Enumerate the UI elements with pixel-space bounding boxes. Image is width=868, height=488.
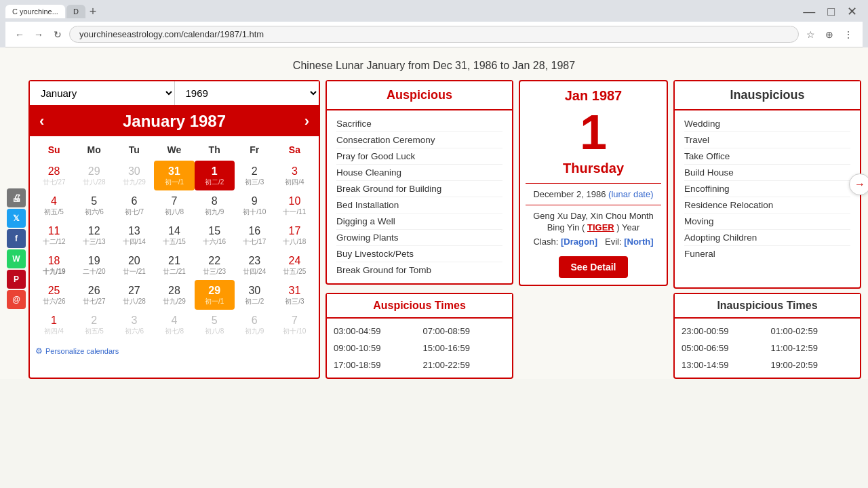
- month-select[interactable]: JanuaryFebruaryMarch AprilMayJune JulyAu…: [30, 81, 175, 105]
- inauspicious-time-item: 01:00-02:59: [771, 324, 854, 338]
- personalize-bar[interactable]: ⚙ Personalize calendars: [30, 344, 319, 359]
- bing-suffix: ) Year: [614, 222, 640, 232]
- cal-day[interactable]: 4初七/8: [154, 310, 194, 340]
- print-btn[interactable]: 🖨: [7, 188, 26, 207]
- facebook-btn[interactable]: f: [7, 229, 26, 248]
- back-btn[interactable]: ←: [12, 27, 27, 42]
- detail-divider: [526, 183, 661, 184]
- auspicious-time-item: 15:00-16:59: [423, 341, 506, 355]
- cal-day[interactable]: 30初二/2: [235, 280, 275, 310]
- cal-day[interactable]: 15十六/16: [195, 220, 235, 250]
- cal-day[interactable]: 11十二/12: [34, 220, 74, 250]
- cal-day[interactable]: 3初六/6: [114, 310, 154, 340]
- detail-month-year: Jan 1987: [526, 88, 661, 104]
- cal-next-btn[interactable]: ›: [304, 113, 309, 130]
- inauspicious-time-item: 23:00-00:59: [682, 324, 764, 338]
- cal-prev-btn[interactable]: ‹: [39, 113, 44, 130]
- inauspicious-item: Residence Relocation: [684, 197, 850, 214]
- cal-day[interactable]: 2初三/3: [235, 161, 275, 190]
- year-select[interactable]: 196919872024: [175, 81, 319, 105]
- maximize-btn[interactable]: □: [822, 5, 840, 19]
- inauspicious-item: Take Office: [684, 148, 850, 165]
- browser-chrome: C yourchine... D + — □ ✕ ← → ↻ ☆ ⊕ ⋮: [0, 0, 868, 47]
- cal-day[interactable]: 3初四/4: [275, 161, 315, 190]
- cal-day[interactable]: 8初九/9: [195, 190, 235, 220]
- tiger-link[interactable]: TIGER: [587, 222, 614, 232]
- inauspicious-next-arrow[interactable]: →: [849, 174, 868, 195]
- cal-day[interactable]: 1初四/4: [34, 310, 74, 340]
- cal-day[interactable]: 27廿八/28: [114, 280, 154, 310]
- cal-day[interactable]: 22廿三/23: [195, 250, 235, 280]
- cal-day[interactable]: 26廿七/27: [74, 280, 114, 310]
- bookmark-btn[interactable]: ☆: [803, 27, 818, 42]
- cal-day[interactable]: 2初五/5: [74, 310, 114, 340]
- extensions-btn[interactable]: ⊕: [822, 27, 837, 42]
- active-tab[interactable]: C yourchine...: [5, 5, 65, 18]
- cal-day[interactable]: 12十三/13: [74, 220, 114, 250]
- cal-day[interactable]: 28廿七/27: [34, 161, 74, 190]
- auspicious-item: Sacrifice: [336, 116, 502, 132]
- inauspicious-item: Moving: [684, 214, 850, 230]
- cal-day[interactable]: 19二十/20: [74, 250, 114, 280]
- browser-nav: ← → ↻ ☆ ⊕ ⋮: [5, 22, 863, 47]
- cal-day[interactable]: 7初八/8: [154, 190, 194, 220]
- inauspicious-top: Inauspicious WeddingTravelTake OfficeBui…: [673, 80, 861, 289]
- cal-grid: Su Mo Tu We Th Fr Sa 28廿七/2729廿八/2830廿九/…: [30, 136, 319, 344]
- cal-day[interactable]: 31初一/1: [154, 161, 194, 190]
- auspicious-item: Pray for Good Luck: [336, 148, 502, 165]
- cal-day[interactable]: 20廿一/21: [114, 250, 154, 280]
- cal-day[interactable]: 5初六/6: [74, 190, 114, 220]
- minimize-btn[interactable]: —: [797, 5, 821, 19]
- auspicious-item: Break Ground for Tomb: [336, 262, 502, 278]
- cal-day[interactable]: 9初十/10: [235, 190, 275, 220]
- inauspicious-time-item: 11:00-12:59: [771, 341, 854, 355]
- twitter-btn[interactable]: 𝕏: [7, 209, 26, 228]
- lunar-date-value: December 2, 1986: [533, 189, 606, 199]
- detail-geng: Geng Xu Day, Xin Chou Month: [526, 211, 661, 221]
- inactive-tab[interactable]: D: [66, 5, 85, 18]
- inauspicious-column: Inauspicious WeddingTravelTake OfficeBui…: [673, 80, 861, 379]
- cal-day[interactable]: 7初十/10: [275, 310, 315, 340]
- address-bar[interactable]: [69, 26, 799, 43]
- email-btn[interactable]: @: [7, 290, 26, 309]
- inauspicious-items: WeddingTravelTake OfficeBuild HouseEncof…: [675, 110, 860, 267]
- detail-bing: Bing Yin ( TIGER ) Year: [526, 222, 661, 232]
- personalize-label: Personalize calendars: [45, 347, 119, 355]
- auspicious-time-item: 17:00-18:59: [334, 358, 416, 372]
- see-detail-btn[interactable]: See Detail: [559, 256, 629, 278]
- cal-day[interactable]: 14十五/15: [154, 220, 194, 250]
- whatsapp-btn[interactable]: W: [7, 249, 26, 268]
- cal-day[interactable]: 21廿二/21: [154, 250, 194, 280]
- menu-btn[interactable]: ⋮: [841, 27, 856, 42]
- cal-day[interactable]: 29初一/1: [195, 280, 235, 310]
- forward-btn[interactable]: →: [31, 27, 46, 42]
- cal-day[interactable]: 30廿九/29: [114, 161, 154, 190]
- close-btn[interactable]: ✕: [842, 4, 863, 19]
- cal-day[interactable]: 24廿五/25: [275, 250, 315, 280]
- cal-day[interactable]: 25廿六/26: [34, 280, 74, 310]
- cal-day[interactable]: 4初五/5: [34, 190, 74, 220]
- cal-day[interactable]: 17十八/18: [275, 220, 315, 250]
- cal-day[interactable]: 6初七/7: [114, 190, 154, 220]
- cal-day[interactable]: 1初二/2: [195, 161, 235, 190]
- clash-value: [Dragon]: [561, 237, 597, 247]
- cal-day[interactable]: 28廿九/29: [154, 280, 194, 310]
- pinterest-btn[interactable]: P: [7, 270, 26, 289]
- cal-day[interactable]: 18十九/19: [34, 250, 74, 280]
- cal-day[interactable]: 5初八/8: [195, 310, 235, 340]
- social-sidebar: 🖨 𝕏 f W P @: [7, 188, 26, 379]
- cal-day[interactable]: 6初九/9: [235, 310, 275, 340]
- cal-day[interactable]: 13十四/14: [114, 220, 154, 250]
- cal-day[interactable]: 16十七/17: [235, 220, 275, 250]
- refresh-btn[interactable]: ↻: [50, 27, 65, 42]
- cal-day[interactable]: 29廿八/28: [74, 161, 114, 190]
- cal-day[interactable]: 10十一/11: [275, 190, 315, 220]
- cal-day[interactable]: 31初三/3: [275, 280, 315, 310]
- evil-label: Evil:: [605, 237, 622, 247]
- inauspicious-item: Adopting Children: [684, 230, 850, 246]
- weekday-tu: Tu: [114, 142, 154, 158]
- cal-day[interactable]: 23廿四/24: [235, 250, 275, 280]
- weekday-fr: Fr: [235, 142, 275, 158]
- new-tab-btn[interactable]: +: [87, 5, 100, 19]
- auspicious-items: SacrificeConsecration CeremonyPray for G…: [327, 110, 512, 283]
